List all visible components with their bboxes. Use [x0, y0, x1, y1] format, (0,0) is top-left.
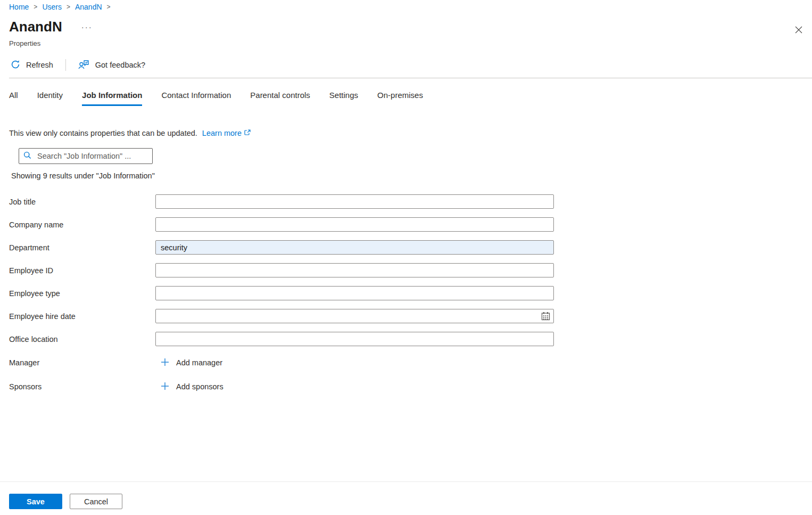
info-notice: This view only contains properties that … [9, 129, 812, 137]
add-manager-label: Add manager [176, 358, 222, 367]
employee-id-input[interactable] [155, 263, 554, 277]
tab-on-premises[interactable]: On-premises [377, 87, 423, 106]
breadcrumb-separator-icon: > [107, 3, 111, 11]
tab-job-information[interactable]: Job Information [82, 87, 142, 106]
refresh-label: Refresh [26, 61, 53, 69]
learn-more-link[interactable]: Learn more [202, 129, 251, 137]
job-title-label: Job title [9, 198, 155, 206]
add-manager-button[interactable]: Add manager [155, 358, 222, 368]
employee-type-input[interactable] [155, 286, 554, 300]
breadcrumb: Home > Users > AnandN > [0, 0, 812, 11]
manager-row: Manager Add manager [9, 355, 812, 371]
office-location-label: Office location [9, 335, 155, 344]
department-label: Department [9, 243, 155, 252]
tab-contact-information[interactable]: Contact Information [161, 87, 231, 106]
tab-parental-controls[interactable]: Parental controls [250, 87, 310, 106]
department-row: Department [9, 240, 812, 255]
save-button[interactable]: Save [9, 494, 62, 509]
breadcrumb-users[interactable]: Users [42, 3, 62, 11]
external-link-icon [244, 129, 251, 137]
manager-label: Manager [9, 358, 155, 367]
footer-divider [0, 481, 812, 482]
employee-id-label: Employee ID [9, 266, 155, 275]
results-summary: Showing 9 results under "Job Information… [11, 171, 812, 180]
cancel-button[interactable]: Cancel [70, 494, 122, 509]
office-location-input[interactable] [155, 332, 554, 346]
section-divider [9, 78, 812, 78]
tab-identity[interactable]: Identity [37, 87, 63, 106]
breadcrumb-home[interactable]: Home [9, 3, 29, 11]
plus-icon [161, 382, 169, 392]
more-options-icon[interactable]: ··· [81, 22, 93, 31]
page-subtitle: Properties [9, 39, 812, 47]
employee-hire-date-label: Employee hire date [9, 312, 155, 321]
calendar-icon[interactable] [541, 312, 550, 323]
refresh-button[interactable]: Refresh [11, 60, 53, 71]
sponsors-label: Sponsors [9, 382, 155, 391]
office-location-row: Office location [9, 332, 812, 346]
breadcrumb-anandn[interactable]: AnandN [75, 3, 102, 11]
footer-actions: Save Cancel [9, 494, 122, 509]
sponsors-row: Sponsors Add sponsors [9, 379, 812, 395]
employee-type-label: Employee type [9, 289, 155, 298]
company-name-input[interactable] [155, 217, 554, 232]
search-icon [23, 151, 31, 161]
employee-hire-date-input[interactable] [155, 309, 554, 323]
close-button[interactable] [792, 23, 806, 37]
employee-type-row: Employee type [9, 286, 812, 300]
page-title: AnandN [9, 19, 62, 35]
plus-icon [161, 358, 169, 368]
job-title-input[interactable] [155, 194, 554, 209]
employee-hire-date-row: Employee hire date [9, 309, 812, 323]
search-input[interactable] [37, 152, 148, 160]
page-header: AnandN ··· [9, 19, 812, 35]
feedback-icon [78, 60, 89, 71]
feedback-label: Got feedback? [95, 61, 145, 69]
toolbar-divider [65, 59, 66, 71]
add-sponsors-label: Add sponsors [176, 382, 223, 391]
company-name-label: Company name [9, 220, 155, 229]
user-properties-page: Home > Users > AnandN > AnandN ··· Prope… [0, 0, 812, 515]
close-icon [794, 26, 803, 36]
department-input[interactable] [155, 240, 554, 255]
notice-text: This view only contains properties that … [9, 129, 197, 137]
employee-id-row: Employee ID [9, 263, 812, 277]
breadcrumb-separator-icon: > [34, 3, 37, 11]
add-sponsors-button[interactable]: Add sponsors [155, 382, 223, 392]
job-information-form: Job title Company name Department Employ… [9, 194, 812, 395]
tab-settings[interactable]: Settings [329, 87, 358, 106]
search-box[interactable] [19, 148, 153, 164]
job-title-row: Job title [9, 194, 812, 209]
breadcrumb-separator-icon: > [67, 3, 70, 11]
learn-more-label: Learn more [202, 129, 242, 137]
employee-hire-date-field [155, 309, 554, 323]
command-bar: Refresh Got feedback? [11, 59, 812, 71]
tab-all[interactable]: All [9, 87, 18, 106]
refresh-icon [11, 60, 20, 71]
property-tabs: All Identity Job Information Contact Inf… [9, 87, 812, 106]
company-name-row: Company name [9, 217, 812, 232]
got-feedback-button[interactable]: Got feedback? [78, 60, 145, 71]
